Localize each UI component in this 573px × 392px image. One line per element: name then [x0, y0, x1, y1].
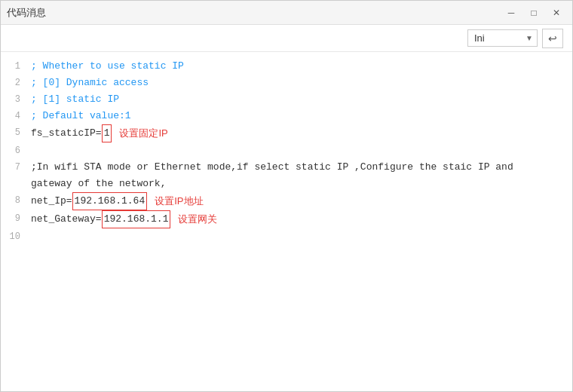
table-row: 7 ;In wifi STA mode or Ethernet mode,if …	[1, 159, 572, 192]
line-number: 3	[1, 91, 28, 108]
window-title: 代码消息	[7, 6, 46, 20]
line-content	[28, 228, 572, 245]
highlighted-value: 192.168.1.64	[72, 192, 148, 210]
line-content: ; [1] static IP	[28, 91, 572, 108]
language-select[interactable]: Ini Plain Text C C++ Python	[467, 29, 538, 47]
line-content: ; [0] Dynamic access	[28, 75, 572, 91]
table-row: 9 net_Gateway=192.168.1.1 设置网关	[1, 210, 572, 228]
line-number: 10	[1, 228, 28, 245]
and-text: and	[495, 161, 513, 173]
main-window: 代码消息 ─ □ ✕ Ini Plain Text C C++ Python ▼…	[0, 0, 573, 392]
line-content: net_Ip=192.168.1.64 设置IP地址	[28, 192, 572, 210]
annotation-text: 设置IP地址	[155, 193, 203, 210]
close-button[interactable]: ✕	[547, 5, 566, 20]
table-row: 6	[1, 142, 572, 159]
table-row: 3 ; [1] static IP	[1, 91, 572, 108]
line-content: ; Default value:1	[28, 108, 572, 124]
line-number: 5	[1, 124, 28, 141]
code-text-wrap: gateway of the network,	[31, 176, 166, 192]
maximize-button[interactable]: □	[524, 5, 544, 20]
minimize-button[interactable]: ─	[501, 5, 521, 20]
line-content	[28, 142, 572, 159]
table-row: 2 ; [0] Dynamic access	[1, 75, 572, 91]
title-bar: 代码消息 ─ □ ✕	[1, 1, 572, 25]
code-prefix: net_Gateway=	[31, 211, 102, 228]
annotation-text: 设置固定IP	[119, 125, 167, 142]
table-row: 5 fs_staticIP=1 设置固定IP	[1, 124, 572, 142]
line-content: ; Whether to use static IP	[28, 58, 572, 75]
action-button[interactable]: ↩	[542, 29, 563, 48]
line-number: 2	[1, 75, 28, 91]
line-number: 8	[1, 192, 28, 209]
line-number: 7	[1, 159, 28, 176]
editor-area[interactable]: 1 ; Whether to use static IP 2 ; [0] Dyn…	[1, 52, 572, 391]
code-lines: 1 ; Whether to use static IP 2 ; [0] Dyn…	[1, 58, 572, 245]
table-row: 10	[1, 228, 572, 245]
line-number: 1	[1, 58, 28, 75]
line-number: 9	[1, 210, 28, 227]
line-content: net_Gateway=192.168.1.1 设置网关	[28, 210, 572, 228]
highlighted-value: 192.168.1.1	[102, 210, 171, 228]
toolbar: Ini Plain Text C C++ Python ▼ ↩	[1, 25, 572, 52]
line-content: fs_staticIP=1 设置固定IP	[28, 124, 572, 142]
code-text: ;In wifi STA mode or Ethernet mode,if se…	[31, 159, 513, 176]
line-number: 6	[1, 142, 28, 159]
window-controls: ─ □ ✕	[501, 5, 566, 20]
code-prefix: net_Ip=	[31, 193, 72, 210]
code-prefix: fs_staticIP=	[31, 125, 102, 142]
table-row: 8 net_Ip=192.168.1.64 设置IP地址	[1, 192, 572, 210]
highlighted-value: 1	[102, 124, 112, 142]
table-row: 4 ; Default value:1	[1, 108, 572, 124]
annotation-text: 设置网关	[178, 211, 217, 228]
language-select-wrapper: Ini Plain Text C C++ Python ▼	[467, 29, 538, 47]
line-content: ;In wifi STA mode or Ethernet mode,if se…	[28, 159, 572, 192]
line-number: 4	[1, 108, 28, 124]
table-row: 1 ; Whether to use static IP	[1, 58, 572, 75]
